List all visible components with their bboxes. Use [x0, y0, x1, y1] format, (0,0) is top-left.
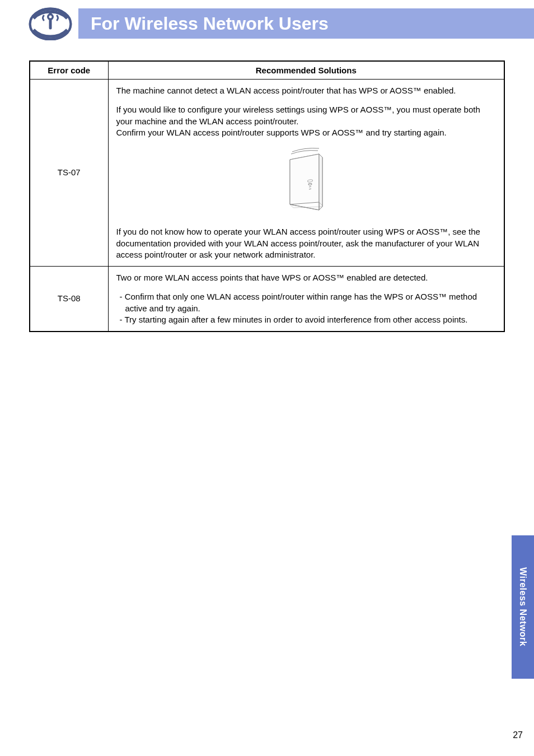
- solution-text: Two or more WLAN access points that have…: [116, 272, 496, 283]
- table-row: TS-08 Two or more WLAN access points tha…: [30, 267, 504, 332]
- solution-text: If you do not know how to operate your W…: [116, 226, 496, 260]
- solution-text: The machine cannot detect a WLAN access …: [116, 85, 496, 96]
- page-header: For Wireless Network Users: [78, 8, 534, 39]
- error-code-cell: TS-08: [30, 267, 108, 332]
- side-tab-label: Wireless Network: [518, 567, 528, 646]
- solution-text: If you would like to configure your wire…: [116, 104, 496, 138]
- solution-cell: Two or more WLAN access points that have…: [108, 267, 504, 332]
- solution-list: - Confirm that only one WLAN access poin…: [116, 291, 496, 325]
- side-tab: Wireless Network: [512, 535, 534, 679]
- table-row: TS-07 The machine cannot detect a WLAN a…: [30, 80, 504, 267]
- page-number: 27: [513, 730, 523, 740]
- table-header-errorcode: Error code: [30, 61, 108, 80]
- solution-text: - Try starting again after a few minutes…: [116, 314, 496, 325]
- svg-point-5: [49, 16, 52, 18]
- page-title: For Wireless Network Users: [91, 13, 329, 34]
- error-code-table: Error code Recommended Solutions TS-07 T…: [29, 60, 505, 332]
- solution-text: - Confirm that only one WLAN access poin…: [116, 291, 496, 314]
- wireless-icon: [28, 6, 73, 40]
- table-header-solutions: Recommended Solutions: [108, 61, 504, 80]
- solution-cell: The machine cannot detect a WLAN access …: [108, 80, 504, 267]
- router-illustration: [116, 146, 496, 216]
- error-code-cell: TS-07: [30, 80, 108, 267]
